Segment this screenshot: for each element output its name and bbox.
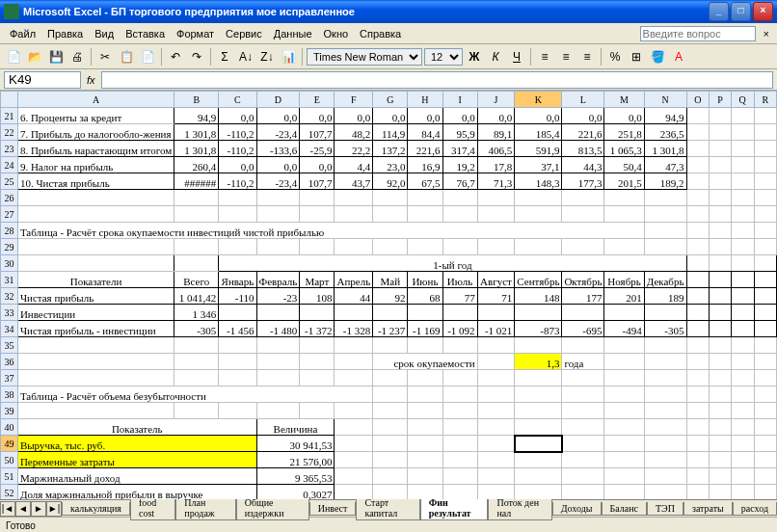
sheet-tab[interactable]: расход xyxy=(733,502,777,516)
underline-icon[interactable]: Ч xyxy=(507,47,526,66)
close-button[interactable]: × xyxy=(753,2,773,21)
sheet-tab-active[interactable]: Фин результат xyxy=(420,496,489,520)
paste-icon[interactable]: 📄 xyxy=(138,47,157,66)
menu-help[interactable]: Справка xyxy=(354,28,407,40)
sheet-tab[interactable]: ТЭП xyxy=(647,502,683,516)
active-cell[interactable] xyxy=(515,436,562,452)
sheet-tab[interactable]: калькуляция xyxy=(62,502,130,516)
formula-bar[interactable] xyxy=(101,71,773,89)
italic-icon[interactable]: К xyxy=(486,47,505,66)
help-search-input[interactable] xyxy=(640,26,756,41)
currency-icon[interactable]: % xyxy=(605,47,625,66)
bold-icon[interactable]: Ж xyxy=(465,47,484,66)
status-text: Готово xyxy=(6,520,36,531)
fill-color-icon[interactable]: 🪣 xyxy=(648,47,667,66)
menu-window[interactable]: Окно xyxy=(318,28,355,40)
sheet-tabs: |◄ ◄ ► ►| калькуляция food cost План про… xyxy=(0,499,777,517)
tab-next-button[interactable]: ► xyxy=(31,501,46,517)
tab-first-button[interactable]: |◄ xyxy=(0,501,15,517)
window-title: Microsoft Excel - БП торгового предприят… xyxy=(23,6,709,17)
sheet-tab[interactable]: затраты xyxy=(683,502,733,516)
minimize-button[interactable]: _ xyxy=(709,2,729,21)
align-center-icon[interactable]: ≡ xyxy=(556,47,576,66)
titlebar: Microsoft Excel - БП торгового предприят… xyxy=(0,0,777,23)
print-icon[interactable]: 🖨 xyxy=(67,47,87,66)
sheet-tab[interactable]: Доходы xyxy=(552,502,602,516)
menu-data[interactable]: Данные xyxy=(268,28,318,40)
sheet-tab[interactable]: Старт капитал xyxy=(356,496,419,520)
menu-file[interactable]: Файл xyxy=(4,28,41,40)
menu-format[interactable]: Формат xyxy=(171,28,220,40)
tab-last-button[interactable]: ►| xyxy=(46,501,62,517)
font-name-select[interactable]: Times New Roman xyxy=(307,48,422,66)
sort-desc-icon[interactable]: Z↓ xyxy=(257,47,277,66)
excel-icon xyxy=(4,4,19,19)
sheet-tab[interactable]: Поток ден нал xyxy=(488,496,551,520)
maximize-button[interactable]: □ xyxy=(731,2,751,21)
menubar: Файл Правка Вид Вставка Формат Сервис Да… xyxy=(0,23,777,44)
tab-prev-button[interactable]: ◄ xyxy=(15,501,31,517)
standard-toolbar: 📄 📂 💾 🖨 ✂ 📋 📄 ↶ ↷ Σ A↓ Z↓ 📊 Times New Ro… xyxy=(0,44,777,69)
sheet-tab[interactable]: Общие издержки xyxy=(236,496,309,520)
chart-icon[interactable]: 📊 xyxy=(279,47,298,66)
sheet-tab[interactable]: Баланс xyxy=(602,502,648,516)
cut-icon[interactable]: ✂ xyxy=(95,47,115,66)
save-icon[interactable]: 💾 xyxy=(46,47,66,66)
undo-icon[interactable]: ↶ xyxy=(166,47,185,66)
font-size-select[interactable]: 12 xyxy=(424,48,463,66)
fx-button[interactable]: fx xyxy=(87,74,95,86)
formula-bar-row: fx xyxy=(0,69,777,91)
sum-icon[interactable]: Σ xyxy=(215,47,234,66)
menu-close-button[interactable]: × xyxy=(760,28,773,40)
align-right-icon[interactable]: ≡ xyxy=(577,47,597,66)
new-icon[interactable]: 📄 xyxy=(4,47,23,66)
sort-asc-icon[interactable]: A↓ xyxy=(236,47,255,66)
open-icon[interactable]: 📂 xyxy=(25,47,44,66)
sheet-tab[interactable]: food cost xyxy=(130,496,175,520)
redo-icon[interactable]: ↷ xyxy=(187,47,206,66)
menu-insert[interactable]: Вставка xyxy=(120,28,171,40)
sheet-tab[interactable]: Инвест xyxy=(309,502,357,516)
copy-icon[interactable]: 📋 xyxy=(117,47,136,66)
menu-edit[interactable]: Правка xyxy=(41,28,89,40)
spreadsheet-grid[interactable]: ABCDEFGHIJKLMNOPQR 216. Проценты за кред… xyxy=(0,91,777,499)
menu-view[interactable]: Вид xyxy=(89,28,120,40)
name-box[interactable] xyxy=(4,71,81,89)
font-color-icon[interactable]: A xyxy=(669,47,688,66)
column-headers[interactable]: ABCDEFGHIJKLMNOPQR xyxy=(1,92,777,108)
menu-tools[interactable]: Сервис xyxy=(220,28,268,40)
sheet-tab[interactable]: План продаж xyxy=(175,496,235,520)
borders-icon[interactable]: ⊞ xyxy=(627,47,646,66)
align-left-icon[interactable]: ≡ xyxy=(535,47,554,66)
